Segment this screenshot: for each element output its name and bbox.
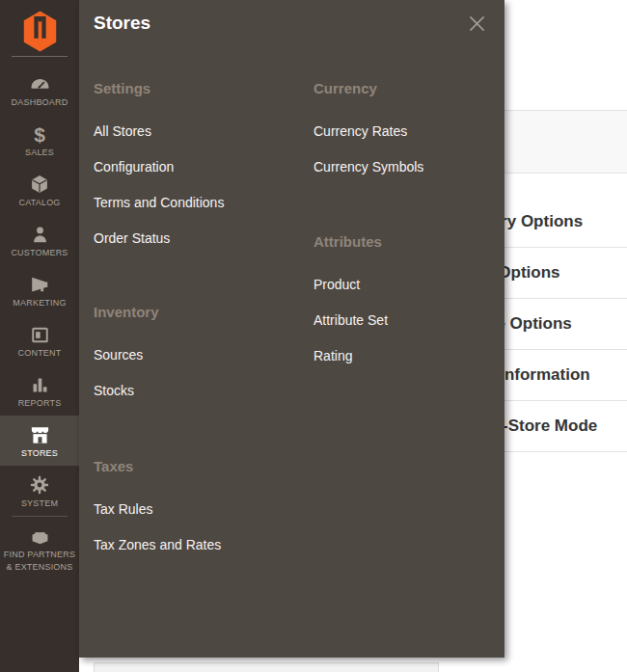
- page-bottom-panel: [94, 662, 439, 672]
- sidebar-item-label: MARKETING: [13, 298, 66, 309]
- dashboard-gauge-icon: [29, 72, 51, 95]
- sidebar-item-label: FIND PARTNERS: [4, 550, 75, 560]
- menu-section-heading: Inventory: [94, 305, 159, 320]
- sidebar-item-marketing[interactable]: MARKETING: [0, 265, 79, 315]
- sidebar-item-sales[interactable]: $ SALES: [0, 115, 79, 165]
- menu-section-taxes: Taxes Tax Rules Tax Zones and Rates: [94, 459, 221, 573]
- menu-item-rating[interactable]: Rating: [314, 348, 388, 364]
- menu-section-settings: Settings All Stores Configuration Terms …: [94, 81, 224, 266]
- sidebar-item-dashboard[interactable]: DASHBOARD: [0, 65, 79, 115]
- menu-section-inventory: Inventory Sources Stocks: [94, 305, 159, 418]
- sidebar-item-label: & EXTENSIONS: [7, 562, 73, 573]
- sidebar-item-reports[interactable]: REPORTS: [0, 365, 79, 416]
- menu-item-configuration[interactable]: Configuration: [94, 159, 224, 175]
- menu-item-tax-zones-and-rates[interactable]: Tax Zones and Rates: [94, 537, 221, 553]
- sales-dollar-icon: $: [34, 122, 45, 146]
- menu-section-currency: Currency Currency Rates Currency Symbols: [314, 81, 423, 195]
- admin-sidebar: DASHBOARD $ SALES CATALOG CUSTOMERS: [0, 0, 79, 672]
- menu-item-sources[interactable]: Sources: [94, 347, 159, 363]
- sidebar-item-catalog[interactable]: CATALOG: [0, 165, 79, 215]
- menu-item-currency-rates[interactable]: Currency Rates: [314, 123, 423, 140]
- stores-shop-icon: [29, 423, 51, 446]
- marketing-megaphone-icon: [29, 273, 50, 296]
- sidebar-item-label: CONTENT: [18, 348, 62, 359]
- sidebar-item-system[interactable]: SYSTEM: [0, 466, 79, 516]
- sidebar-item-customers[interactable]: CUSTOMERS: [0, 215, 79, 265]
- close-icon: [469, 15, 485, 32]
- find-partners-brick-icon: [29, 524, 51, 548]
- sidebar-item-stores[interactable]: STORES: [0, 416, 79, 466]
- menu-section-heading: Attributes: [314, 234, 388, 250]
- magento-logo-icon: [23, 11, 57, 52]
- menu-item-attribute-set[interactable]: Attribute Set: [314, 312, 388, 329]
- reports-barchart-icon: [30, 373, 50, 396]
- sidebar-item-label: DASHBOARD: [12, 97, 68, 108]
- menu-section-attributes: Attributes Product Attribute Set Rating: [314, 234, 388, 384]
- sidebar-item-find-partners[interactable]: FIND PARTNERS & EXTENSIONS: [0, 517, 79, 577]
- menu-item-stocks[interactable]: Stocks: [94, 383, 159, 399]
- sidebar-item-content[interactable]: CONTENT: [0, 315, 79, 365]
- sidebar-item-label: SALES: [25, 148, 54, 158]
- sidebar-item-label: CATALOG: [18, 198, 60, 208]
- menu-item-order-status[interactable]: Order Status: [94, 230, 224, 247]
- menu-section-heading: Taxes: [94, 459, 221, 474]
- sidebar-item-label: SYSTEM: [21, 498, 58, 509]
- customers-person-icon: [30, 223, 50, 246]
- menu-item-terms-and-conditions[interactable]: Terms and Conditions: [94, 195, 224, 211]
- menu-section-heading: Settings: [94, 81, 224, 96]
- content-layout-icon: [30, 323, 50, 346]
- magento-logo[interactable]: [0, 0, 79, 54]
- sidebar-item-label: REPORTS: [18, 398, 62, 409]
- sidebar-items: DASHBOARD $ SALES CATALOG CUSTOMERS: [0, 65, 79, 577]
- catalog-box-icon: [29, 173, 50, 196]
- menu-section-heading: Currency: [314, 81, 423, 96]
- flyout-title: Stores: [94, 13, 150, 34]
- close-button[interactable]: [468, 14, 485, 32]
- sidebar-item-label: CUSTOMERS: [11, 248, 68, 258]
- sidebar-divider: [12, 56, 68, 57]
- system-gear-icon: [29, 473, 50, 497]
- menu-item-all-stores[interactable]: All Stores: [94, 123, 224, 140]
- menu-item-product[interactable]: Product: [314, 277, 388, 293]
- stores-flyout-menu: Stores Settings All Stores Configuration…: [79, 0, 504, 658]
- menu-item-currency-symbols[interactable]: Currency Symbols: [314, 159, 423, 175]
- menu-item-tax-rules[interactable]: Tax Rules: [94, 501, 221, 518]
- sidebar-item-label: STORES: [21, 448, 58, 459]
